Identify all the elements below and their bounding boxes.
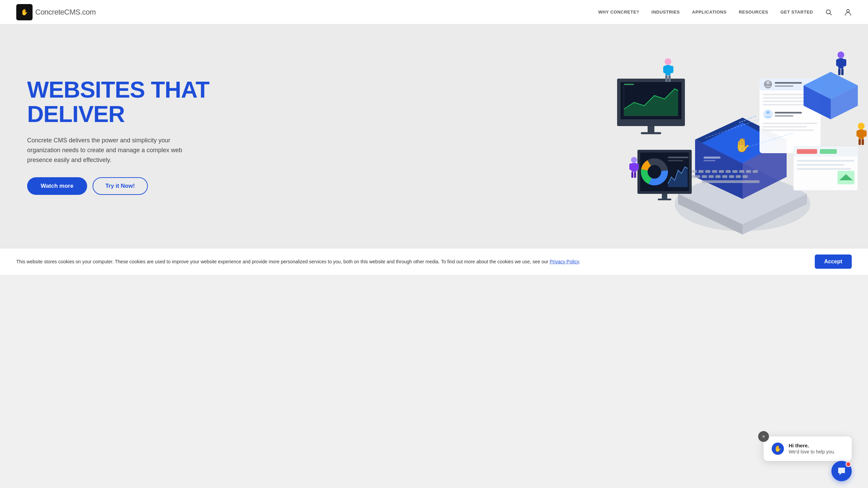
svg-rect-62 [838, 68, 841, 75]
svg-point-58 [837, 52, 844, 58]
svg-rect-17 [753, 170, 758, 173]
svg-rect-9 [698, 170, 704, 173]
svg-rect-63 [841, 68, 844, 75]
svg-rect-7 [704, 160, 715, 161]
svg-rect-56 [665, 75, 668, 82]
svg-rect-23 [729, 175, 734, 178]
svg-rect-50 [648, 126, 654, 133]
svg-rect-90 [629, 163, 632, 170]
svg-rect-16 [746, 170, 751, 173]
svg-rect-70 [797, 168, 851, 170]
svg-rect-76 [859, 139, 861, 145]
hero-illustration: ✋ [617, 31, 868, 241]
svg-text:✋: ✋ [21, 8, 28, 16]
svg-rect-92 [631, 172, 633, 178]
svg-rect-77 [862, 139, 864, 145]
logo-text: ConcreteCMS.com [35, 8, 96, 17]
hero-section: WEBSITES THAT DELIVER Concrete CMS deliv… [0, 24, 868, 248]
svg-rect-84 [668, 157, 688, 158]
svg-point-88 [631, 157, 637, 163]
svg-rect-20 [709, 175, 714, 178]
svg-point-3 [847, 9, 849, 12]
svg-rect-31 [775, 82, 802, 84]
svg-rect-60 [836, 59, 840, 66]
svg-rect-11 [712, 170, 717, 173]
svg-rect-91 [636, 163, 639, 170]
hero-buttons: Watch more Try it Now! [27, 177, 209, 195]
svg-rect-66 [797, 149, 817, 154]
svg-text:✋: ✋ [734, 137, 751, 153]
svg-rect-40 [775, 115, 793, 117]
logo-link[interactable]: ✋ ConcreteCMS.com [16, 4, 96, 20]
svg-rect-13 [726, 170, 731, 173]
svg-rect-61 [843, 59, 846, 66]
svg-rect-57 [668, 75, 671, 82]
hero-title: WEBSITES THAT DELIVER [27, 78, 209, 126]
svg-rect-14 [732, 170, 737, 173]
svg-rect-41 [763, 123, 817, 124]
svg-rect-85 [668, 160, 683, 161]
svg-rect-67 [820, 149, 837, 154]
svg-rect-22 [722, 175, 727, 178]
user-button[interactable] [844, 8, 852, 16]
watch-more-button[interactable]: Watch more [27, 177, 87, 195]
svg-point-30 [766, 81, 770, 84]
svg-point-83 [644, 162, 665, 182]
svg-rect-42 [763, 126, 807, 127]
svg-rect-18 [692, 175, 700, 178]
svg-rect-51 [641, 132, 661, 134]
svg-rect-68 [797, 160, 854, 162]
nav-why-concrete[interactable]: WHY CONCRETE? [598, 9, 639, 15]
logo-icon: ✋ [16, 4, 33, 20]
cookie-text: This website stores cookies on your comp… [16, 258, 808, 265]
hero-content: WEBSITES THAT DELIVER Concrete CMS deliv… [27, 78, 209, 195]
svg-rect-34 [763, 97, 810, 99]
svg-rect-49 [624, 84, 634, 85]
svg-rect-69 [797, 164, 844, 166]
svg-rect-93 [634, 172, 636, 178]
svg-rect-21 [715, 175, 721, 178]
cookie-banner: This website stores cookies on your comp… [0, 248, 868, 275]
svg-rect-54 [663, 66, 667, 73]
svg-rect-25 [743, 175, 748, 178]
try-it-now-button[interactable]: Try it Now! [93, 177, 148, 195]
privacy-policy-link[interactable]: Privacy Policy [550, 259, 579, 264]
svg-rect-32 [775, 85, 793, 87]
svg-rect-19 [702, 175, 707, 178]
svg-rect-10 [705, 170, 710, 173]
svg-rect-74 [856, 130, 860, 137]
svg-rect-36 [763, 104, 804, 105]
svg-rect-86 [662, 194, 667, 199]
search-button[interactable] [825, 9, 832, 16]
svg-rect-24 [736, 175, 741, 178]
svg-rect-39 [775, 112, 802, 114]
search-icon [825, 9, 832, 16]
svg-rect-6 [704, 157, 721, 159]
cookie-accept-button[interactable]: Accept [815, 255, 852, 269]
svg-rect-15 [739, 170, 744, 173]
navbar-nav: WHY CONCRETE? INDUSTRIES APPLICATIONS RE… [598, 8, 852, 16]
svg-point-38 [766, 111, 770, 114]
hero-svg: ✋ [617, 31, 868, 241]
user-icon [844, 8, 852, 16]
nav-industries[interactable]: INDUSTRIES [651, 9, 680, 15]
svg-rect-75 [863, 130, 867, 137]
hero-description: Concrete CMS delivers the power and simp… [27, 136, 197, 165]
nav-resources[interactable]: RESOURCES [739, 9, 768, 15]
svg-rect-12 [719, 170, 724, 173]
svg-line-2 [830, 13, 832, 15]
svg-rect-8 [692, 170, 697, 173]
svg-rect-43 [763, 129, 814, 131]
navbar: ✋ ConcreteCMS.com WHY CONCRETE? INDUSTRI… [0, 0, 868, 24]
nav-get-started[interactable]: GET STARTED [781, 9, 813, 15]
svg-rect-26 [702, 180, 760, 183]
svg-rect-55 [670, 66, 673, 73]
svg-point-52 [665, 58, 671, 65]
svg-rect-87 [658, 199, 671, 200]
nav-applications[interactable]: APPLICATIONS [692, 9, 727, 15]
svg-point-72 [858, 123, 865, 129]
